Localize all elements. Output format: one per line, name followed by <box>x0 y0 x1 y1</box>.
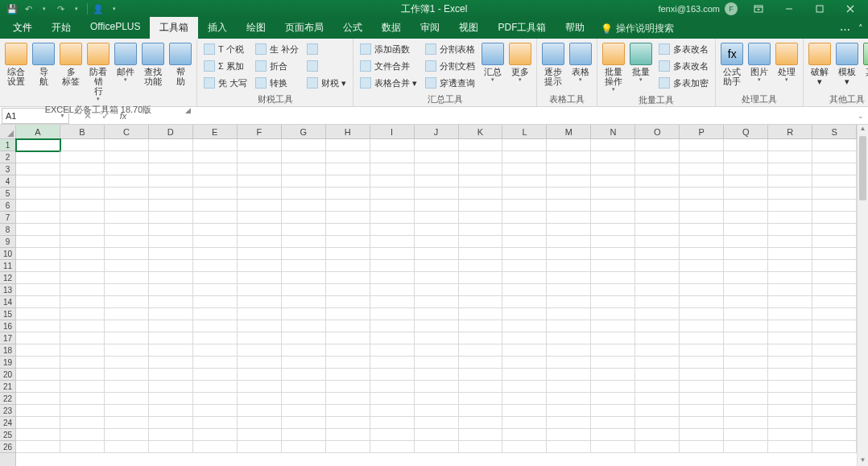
cell-O22[interactable] <box>635 393 680 405</box>
cell-S6[interactable] <box>812 200 857 212</box>
cell-E17[interactable] <box>193 332 238 344</box>
cell-M1[interactable] <box>547 139 591 151</box>
cell-G19[interactable] <box>282 357 326 369</box>
cell-I16[interactable] <box>370 320 415 332</box>
cell-B14[interactable] <box>60 296 105 308</box>
cell-C12[interactable] <box>105 272 149 284</box>
cell-P19[interactable] <box>680 357 724 369</box>
cell-K5[interactable] <box>459 188 503 200</box>
cell-K8[interactable] <box>459 224 503 236</box>
cell-K23[interactable] <box>459 405 503 417</box>
cell-G16[interactable] <box>282 320 326 332</box>
dialog-launcher-icon[interactable]: ◢ <box>184 106 192 114</box>
column-header-H[interactable]: H <box>326 125 370 138</box>
cell-N1[interactable] <box>591 139 635 151</box>
cell-C7[interactable] <box>105 212 149 224</box>
cell-B25[interactable] <box>60 429 105 441</box>
cell-D17[interactable] <box>149 332 193 344</box>
cell-M2[interactable] <box>547 151 591 163</box>
cell-D18[interactable] <box>149 344 193 357</box>
cell-N6[interactable] <box>591 200 635 212</box>
cell-K7[interactable] <box>459 212 503 224</box>
cell-O16[interactable] <box>635 320 680 332</box>
cell-P9[interactable] <box>680 236 724 248</box>
cell-F20[interactable] <box>238 369 282 381</box>
cell-L11[interactable] <box>502 260 547 272</box>
cell-M26[interactable] <box>547 441 591 453</box>
cell-E10[interactable] <box>193 248 238 260</box>
cell-H16[interactable] <box>326 320 370 332</box>
cell-O13[interactable] <box>635 284 680 296</box>
cell-J25[interactable] <box>415 429 459 441</box>
cell-G25[interactable] <box>282 429 326 441</box>
cell-E2[interactable] <box>193 151 238 163</box>
cell-N21[interactable] <box>591 381 635 393</box>
cell-B16[interactable] <box>60 320 105 332</box>
cell-Q1[interactable] <box>724 139 768 151</box>
cell-R6[interactable] <box>768 200 812 212</box>
cell-G21[interactable] <box>282 381 326 393</box>
cell-G14[interactable] <box>282 296 326 308</box>
cell-N8[interactable] <box>591 224 635 236</box>
cell-C18[interactable] <box>105 344 149 357</box>
cell-A15[interactable] <box>16 308 60 320</box>
ribbon-small-分割表格[interactable]: 分割表格 <box>422 41 478 57</box>
cell-P3[interactable] <box>680 163 724 175</box>
cell-O1[interactable] <box>635 139 680 151</box>
cell-Q3[interactable] <box>724 163 768 175</box>
ribbon-small-转换[interactable]: 转换 <box>252 75 302 91</box>
cell-A11[interactable] <box>16 260 60 272</box>
ribbon-small-T 个税[interactable]: T 个税 <box>200 41 250 57</box>
cell-S7[interactable] <box>812 212 857 224</box>
cell-G11[interactable] <box>282 260 326 272</box>
cell-L14[interactable] <box>502 296 547 308</box>
cell-F17[interactable] <box>238 332 282 344</box>
cell-A4[interactable] <box>16 175 60 188</box>
ribbon-small-[interactable] <box>304 41 349 57</box>
cell-F25[interactable] <box>238 429 282 441</box>
cell-C10[interactable] <box>105 248 149 260</box>
cell-E8[interactable] <box>193 224 238 236</box>
cell-L8[interactable] <box>502 224 547 236</box>
cell-I7[interactable] <box>370 212 415 224</box>
cell-H1[interactable] <box>326 139 370 151</box>
cell-J26[interactable] <box>415 441 459 453</box>
cell-S11[interactable] <box>812 260 857 272</box>
cell-H19[interactable] <box>326 357 370 369</box>
cell-Q22[interactable] <box>724 393 768 405</box>
cell-B24[interactable] <box>60 417 105 429</box>
cell-I15[interactable] <box>370 308 415 320</box>
cell-L3[interactable] <box>502 163 547 175</box>
share-icon[interactable]: ⋯ <box>840 23 850 35</box>
column-header-G[interactable]: G <box>282 125 326 138</box>
cell-D19[interactable] <box>149 357 193 369</box>
cell-S10[interactable] <box>812 248 857 260</box>
ribbon-button-多标签[interactable]: 多标签 <box>58 41 84 88</box>
cell-S26[interactable] <box>812 441 857 453</box>
cell-P18[interactable] <box>680 344 724 357</box>
cell-N20[interactable] <box>591 369 635 381</box>
cell-F21[interactable] <box>238 381 282 393</box>
ribbon-button-处理[interactable]: 处理▾ <box>774 41 800 85</box>
cell-P11[interactable] <box>680 260 724 272</box>
cell-H20[interactable] <box>326 369 370 381</box>
cell-B5[interactable] <box>60 188 105 200</box>
cell-P24[interactable] <box>680 417 724 429</box>
cell-Q19[interactable] <box>724 357 768 369</box>
cell-R1[interactable] <box>768 139 812 151</box>
cell-D4[interactable] <box>149 175 193 188</box>
cell-C16[interactable] <box>105 320 149 332</box>
cell-N25[interactable] <box>591 429 635 441</box>
cell-F12[interactable] <box>238 272 282 284</box>
cell-I1[interactable] <box>370 139 415 151</box>
ribbon-small-财税 ▾[interactable]: 财税 ▾ <box>304 75 349 91</box>
cell-Q9[interactable] <box>724 236 768 248</box>
cell-R5[interactable] <box>768 188 812 200</box>
minimize-button[interactable] <box>775 1 804 17</box>
ribbon-small-添加函数[interactable]: 添加函数 <box>357 41 420 57</box>
cell-O19[interactable] <box>635 357 680 369</box>
cell-S14[interactable] <box>812 296 857 308</box>
cell-K18[interactable] <box>459 344 503 357</box>
cell-K26[interactable] <box>459 441 503 453</box>
cell-O14[interactable] <box>635 296 680 308</box>
